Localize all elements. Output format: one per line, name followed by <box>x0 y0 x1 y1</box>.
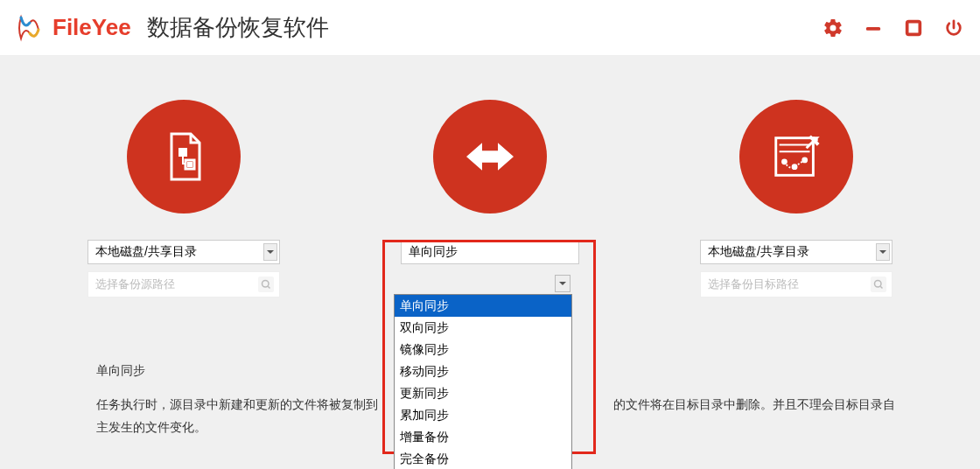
svg-rect-2 <box>178 148 187 157</box>
app-title: 数据备份恢复软件 <box>147 12 329 43</box>
source-circle-icon <box>127 100 241 214</box>
dropdown-button-icon <box>263 243 277 261</box>
window-controls <box>822 18 964 38</box>
mode-option[interactable]: 增量备份 <box>395 426 571 448</box>
mode-column: 单向同步 <box>359 100 621 271</box>
target-type-select[interactable]: 本地磁盘/共享目录 <box>700 240 892 264</box>
target-column: 本地磁盘/共享目录 选择备份目标路径 <box>665 100 928 298</box>
svg-rect-1 <box>907 21 920 34</box>
target-path-placeholder: 选择备份目标路径 <box>708 276 871 292</box>
maximize-button[interactable] <box>903 18 924 38</box>
svg-point-10 <box>875 281 882 288</box>
minimize-button[interactable] <box>863 18 884 38</box>
target-circle-icon <box>739 100 853 214</box>
mode-option[interactable]: 镜像同步 <box>395 339 571 360</box>
power-button[interactable] <box>943 18 964 38</box>
header-bar: FileYee 数据备份恢复软件 <box>0 0 980 56</box>
target-type-label: 本地磁盘/共享目录 <box>708 244 809 260</box>
svg-point-5 <box>262 281 270 288</box>
mode-option[interactable]: 移动同步 <box>395 360 571 382</box>
mode-circle-icon <box>433 100 547 214</box>
source-column: 本地磁盘/共享目录 选择备份源路径 <box>52 100 315 298</box>
mode-option[interactable]: 双向同步 <box>395 317 571 339</box>
app-logo-icon <box>16 14 44 42</box>
mode-option[interactable]: 累加同步 <box>395 404 571 426</box>
main-content: 本地磁盘/共享目录 选择备份源路径 单向同步 <box>0 56 980 298</box>
search-icon <box>258 276 274 292</box>
mode-option[interactable]: 单向同步 <box>395 295 571 317</box>
dropdown-button-icon <box>876 243 890 261</box>
source-path-input[interactable]: 选择备份源路径 <box>88 271 280 298</box>
settings-button[interactable] <box>822 18 844 38</box>
search-icon <box>871 276 886 292</box>
source-path-placeholder: 选择备份源路径 <box>95 276 258 292</box>
svg-rect-4 <box>187 162 192 167</box>
mode-dropdown-button[interactable] <box>555 275 570 292</box>
mode-select[interactable]: 单向同步 <box>401 240 579 264</box>
mode-option[interactable]: 更新同步 <box>395 382 571 404</box>
brand-name: FileYee <box>52 14 131 41</box>
source-type-label: 本地磁盘/共享目录 <box>95 244 197 260</box>
svg-rect-0 <box>866 27 881 31</box>
source-type-select[interactable]: 本地磁盘/共享目录 <box>88 240 280 264</box>
mode-selected-label: 单向同步 <box>409 244 458 260</box>
mode-option[interactable]: 完全备份 <box>395 448 571 469</box>
target-path-input[interactable]: 选择备份目标路径 <box>700 271 892 298</box>
mode-dropdown-list: 单向同步 双向同步 镜像同步 移动同步 更新同步 累加同步 增量备份 完全备份 <box>394 294 572 469</box>
